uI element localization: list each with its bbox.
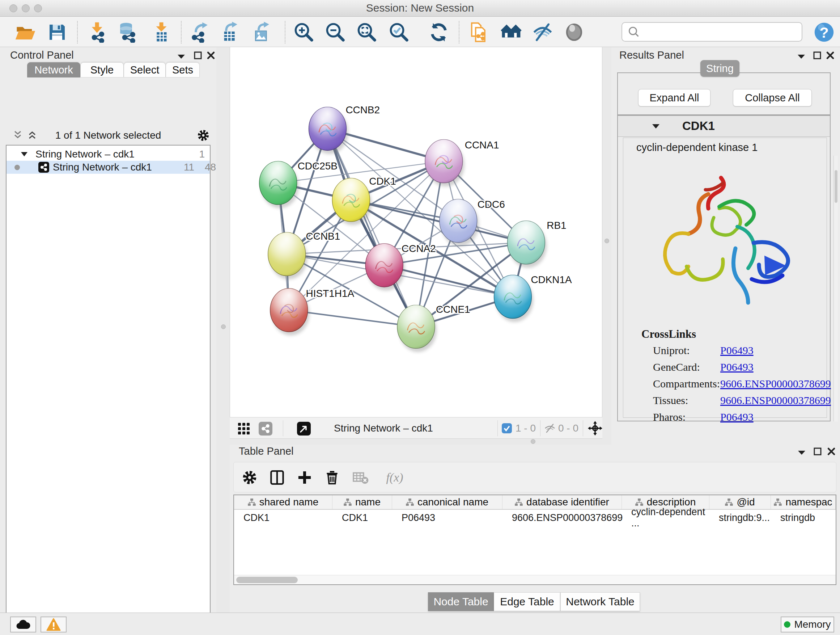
node-CCNA2[interactable] — [365, 244, 405, 291]
node-CCNE1[interactable] — [397, 305, 437, 352]
splitter-handle[interactable] — [531, 439, 535, 444]
collapse-all-button[interactable]: Collapse All — [733, 89, 812, 106]
cell-namespac[interactable]: stringdb — [771, 510, 836, 526]
tab-node-table[interactable]: Node Table — [428, 592, 494, 611]
node-CCNA1[interactable] — [425, 139, 464, 187]
node-CCNB1[interactable] — [268, 233, 308, 279]
node-CCNB2[interactable] — [309, 107, 348, 154]
results-panel-collapse-icon[interactable] — [797, 53, 806, 59]
pan-crosshair-icon[interactable] — [588, 421, 602, 435]
tab-network[interactable]: Network — [27, 62, 80, 78]
table-settings-button[interactable] — [240, 467, 260, 488]
node-CDK1[interactable] — [332, 178, 371, 225]
network-from-selection-button[interactable] — [467, 21, 489, 43]
column-header-shared-name[interactable]: shared name — [234, 495, 332, 509]
warnings-button[interactable] — [41, 616, 66, 632]
share-network-icon[interactable] — [259, 422, 272, 435]
selected-checkbox-icon[interactable] — [502, 423, 512, 433]
network-canvas[interactable]: CCNB2CCNA1CDC25BCDK1CDC6RB1CCNB1CCNA2CDK… — [230, 47, 602, 417]
delete-column-button[interactable] — [322, 467, 342, 488]
houses-button[interactable] — [500, 21, 522, 43]
help-button[interactable]: ? — [813, 21, 835, 43]
table-scrollbar-thumb[interactable] — [236, 577, 298, 583]
import-network-file-button[interactable] — [87, 21, 109, 43]
export-view-icon[interactable] — [297, 422, 311, 435]
results-panel-close-icon[interactable] — [826, 51, 835, 60]
cell-name[interactable]: CDK1 — [332, 510, 392, 526]
expand-all-button[interactable]: Expand All — [638, 89, 711, 106]
add-column-button[interactable] — [294, 467, 315, 488]
tab-string[interactable]: String — [700, 60, 739, 77]
network-nodes[interactable] — [259, 107, 546, 352]
table-horizontal-scrollbar[interactable] — [234, 575, 836, 584]
tab-sets[interactable]: Sets — [166, 62, 200, 78]
zoom-in-button[interactable] — [293, 21, 315, 43]
hide-selected-button[interactable] — [532, 21, 554, 43]
network-row-selected[interactable]: String Network – cdk1 11 48 — [6, 161, 210, 174]
birdseye-grid-icon[interactable] — [238, 423, 250, 435]
node-CDC6[interactable] — [439, 199, 479, 246]
cell-description[interactable]: cyclin-dependent ... — [622, 510, 709, 526]
import-network-database-button[interactable] — [117, 21, 139, 43]
gene-disclosure-icon[interactable] — [651, 123, 660, 130]
results-panel-float-icon[interactable] — [813, 51, 822, 60]
cell-canonical-name[interactable]: P06493 — [392, 510, 502, 526]
column-header-name[interactable]: name — [332, 495, 392, 509]
splitter-handle[interactable] — [221, 325, 226, 329]
search-input[interactable] — [643, 24, 802, 40]
show-graphics-button[interactable] — [563, 21, 585, 43]
cell-shared-name[interactable]: CDK1 — [234, 510, 332, 526]
tab-select[interactable]: Select — [124, 62, 166, 78]
gene-header[interactable]: CDK1 — [618, 116, 830, 137]
refresh-layout-button[interactable] — [428, 21, 450, 43]
cell--id[interactable]: stringdb:9... — [709, 510, 771, 526]
table-panel-collapse-icon[interactable] — [797, 449, 806, 455]
column-header-database-identifier[interactable]: database identifier — [502, 495, 622, 509]
collection-disclosure-icon[interactable] — [20, 151, 28, 157]
tab-style[interactable]: Style — [80, 62, 124, 78]
splitter-handle[interactable] — [605, 239, 609, 243]
column-header-namespac[interactable]: namespac — [771, 495, 836, 509]
table-panel-float-icon[interactable] — [813, 447, 822, 456]
function-builder-button[interactable]: f(x) — [378, 467, 411, 488]
window-zoom-button[interactable] — [34, 4, 42, 12]
cell-database-identifier[interactable]: 9606.ENSP00000378699 — [502, 510, 622, 526]
show-columns-button[interactable] — [267, 467, 287, 488]
crosslink-tissues-link[interactable]: 9606.ENSP00000378699 — [720, 394, 831, 407]
window-close-button[interactable] — [9, 4, 17, 12]
table-panel-close-icon[interactable] — [827, 447, 836, 456]
node-RB1[interactable] — [508, 221, 547, 268]
cloud-button[interactable] — [10, 616, 36, 632]
table-row[interactable]: CDK1CDK1P064939606.ENSP00000378699cyclin… — [234, 510, 836, 526]
delete-table-button[interactable] — [350, 467, 370, 488]
export-network-button[interactable] — [189, 21, 210, 43]
control-panel-float-icon[interactable] — [193, 51, 202, 60]
column-header--id[interactable]: @id — [709, 495, 771, 509]
zoom-fit-button[interactable] — [356, 21, 378, 43]
node-CDC25B[interactable] — [259, 161, 299, 208]
network-collection-row[interactable]: String Network – cdk1 1 — [6, 148, 210, 161]
crosslink-uniprot-link[interactable]: P06493 — [720, 344, 753, 356]
export-table-button[interactable] — [219, 21, 241, 43]
open-file-button[interactable] — [14, 21, 36, 43]
gear-icon[interactable] — [197, 129, 210, 142]
window-minimize-button[interactable] — [22, 4, 30, 12]
crosslink-compartments-link[interactable]: 9606.ENSP00000378699 — [720, 378, 831, 390]
control-panel-collapse-icon[interactable] — [177, 53, 186, 59]
crosslink-genecard-link[interactable]: P06493 — [720, 361, 753, 373]
control-panel-close-icon[interactable] — [206, 51, 216, 60]
column-header-canonical-name[interactable]: canonical name — [392, 495, 502, 509]
node-CDKN1A[interactable] — [494, 275, 534, 322]
export-image-button[interactable] — [251, 21, 273, 43]
results-scrollbar-thumb[interactable] — [835, 170, 837, 203]
tab-network-table[interactable]: Network Table — [561, 592, 640, 611]
results-scrollbar[interactable] — [834, 156, 838, 421]
zoom-selected-button[interactable] — [388, 21, 410, 43]
column-header-description[interactable]: description — [622, 495, 709, 509]
tab-edge-table[interactable]: Edge Table — [494, 592, 561, 611]
memory-button[interactable]: Memory — [781, 616, 834, 632]
left-splitter-gutter[interactable] — [216, 47, 230, 439]
zoom-out-button[interactable] — [325, 21, 346, 43]
import-table-button[interactable] — [150, 21, 172, 43]
crosslink-pharos-link[interactable]: P06493 — [720, 411, 753, 423]
